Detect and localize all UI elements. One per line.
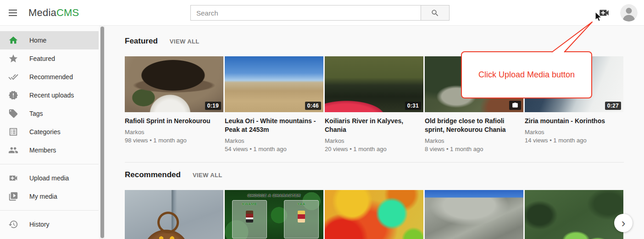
video-card[interactable]: 0:46 Leuka Ori - White mountains - Peak … [225, 56, 323, 152]
camera-icon [509, 101, 521, 110]
star-icon [8, 54, 18, 64]
video-card[interactable] [325, 190, 423, 239]
video-card[interactable] [525, 190, 623, 239]
new-releases-icon [8, 90, 18, 100]
chevron-right-icon: › [622, 216, 626, 230]
video-author[interactable]: Markos [325, 137, 423, 144]
video-thumbnail-desert-mountains[interactable]: 0:46 [225, 56, 323, 112]
video-thumbnail-river-kayak[interactable]: 0:31 [325, 56, 423, 112]
video-thumbnail-green-leaves[interactable] [525, 190, 623, 239]
sidebar-item-label: Upload media [29, 174, 69, 182]
sidebar-item-recommended[interactable]: Recommended [0, 68, 99, 86]
history-icon [8, 219, 18, 229]
sidebar-item-members[interactable]: Members [0, 141, 99, 159]
video-thumbnail-rocky-slope[interactable] [425, 190, 523, 239]
sidebar-item-label: Recent uploads [29, 92, 74, 99]
instruction-callout: Click Upload Media button [461, 51, 592, 98]
sidebar-item-featured[interactable]: Featured [0, 49, 99, 68]
mediacms-home-page: MediaCMS Home [0, 0, 644, 239]
video-author[interactable]: Markos [125, 129, 223, 136]
search-input[interactable] [190, 5, 421, 21]
top-bar: MediaCMS [0, 0, 644, 26]
sidebar-item-history[interactable]: History [0, 215, 99, 234]
view-all-link[interactable]: VIEW ALL [170, 38, 200, 45]
sidebar-item-label: Recommended [29, 73, 73, 81]
logo-media: Media [28, 7, 56, 18]
section-title: Featured [125, 37, 158, 46]
video-title[interactable]: Old bridge close to Rafioli sprint, Nero… [425, 117, 523, 134]
search-icon [431, 9, 439, 17]
section-recommended: Recommended VIEW ALL CHOOSE A CHARACTER … [125, 170, 644, 239]
video-thumbnail-stone-fountain[interactable]: 0:19 [125, 56, 223, 112]
duration-badge: 0:27 [605, 102, 621, 110]
sidebar-item-recent-uploads[interactable]: Recent uploads [0, 86, 99, 104]
view-all-link[interactable]: VIEW ALL [193, 172, 222, 179]
video-meta: 20 views • 1 month ago [325, 146, 423, 152]
video-title[interactable]: Rafioli Sprint in Nerokourou [125, 117, 223, 125]
video-card[interactable] [125, 190, 223, 239]
section-title: Recommended [125, 170, 181, 179]
header-actions [598, 0, 638, 26]
sidebar-item-upload-media[interactable]: Upload media [0, 169, 99, 187]
video-card[interactable]: 0:31 Koiliaris River in Kalyves, Chania … [325, 56, 423, 152]
user-avatar[interactable] [620, 4, 638, 22]
sidebar-item-home[interactable]: Home [0, 31, 99, 49]
sidebar-item-label: Tags [29, 110, 43, 117]
search-button[interactable] [421, 5, 450, 21]
upload-media-icon [8, 173, 18, 183]
app-logo[interactable]: MediaCMS [28, 7, 79, 19]
video-card[interactable]: CHOOSE A CHARACTER KWAME YAA Selected Se… [225, 190, 323, 239]
video-meta: 14 views • 1 month ago [525, 137, 623, 144]
double-check-icon [8, 72, 18, 82]
carousel-next-button[interactable]: › [614, 214, 633, 232]
sidebar-item-label: My media [29, 193, 57, 200]
duration-badge: 0:31 [405, 102, 421, 110]
upload-media-icon[interactable] [598, 7, 610, 19]
categories-icon [8, 127, 18, 137]
members-icon [8, 145, 18, 155]
video-card[interactable] [425, 190, 523, 239]
section-divider [125, 162, 624, 163]
sidebar-item-label: Featured [29, 55, 55, 62]
sidebar-scrollbar[interactable] [100, 26, 105, 239]
sidebar-divider [0, 210, 99, 211]
sidebar-item-label: History [29, 221, 50, 228]
sidebar-item-tags[interactable]: Tags [0, 104, 99, 123]
hamburger-icon[interactable] [6, 6, 19, 19]
person-icon [620, 4, 638, 22]
video-meta: 8 views • 1 month ago [425, 146, 523, 152]
video-author[interactable]: Markos [425, 137, 523, 144]
game-panel-left: KWAME [232, 200, 267, 239]
game-character-sprite [298, 211, 305, 223]
my-media-icon [8, 191, 18, 201]
search-bar [190, 5, 450, 21]
sidebar-item-my-media[interactable]: My media [0, 187, 99, 206]
video-card[interactable]: 0:19 Rafioli Sprint in Nerokourou Markos… [125, 56, 223, 152]
video-title[interactable]: Ziria mountain - Korinthos [525, 117, 623, 125]
video-title[interactable]: Leuka Ori - White mountains - Peak at 24… [225, 117, 323, 134]
video-thumbnail-color-gradient[interactable] [325, 190, 423, 239]
logo-cms: CMS [56, 7, 79, 18]
game-character-sprite [246, 211, 253, 223]
game-character-name: YAA [284, 202, 318, 206]
scrollbar-thumb[interactable] [100, 27, 104, 238]
duration-badge: 0:19 [205, 102, 221, 110]
video-title[interactable]: Koiliaris River in Kalyves, Chania [325, 117, 423, 134]
sidebar: Home Featured Recommended Recent uploads… [0, 26, 99, 239]
tag-icon [8, 109, 18, 119]
sidebar-item-label: Members [29, 147, 56, 154]
sidebar-item-categories[interactable]: Categories [0, 123, 99, 141]
game-title-text: CHOOSE A CHARACTER [225, 193, 323, 198]
recommended-cards-row: CHOOSE A CHARACTER KWAME YAA Selected Se… [125, 190, 644, 239]
sidebar-item-label: Categories [29, 128, 61, 136]
home-icon [8, 35, 18, 45]
video-author[interactable]: Markos [525, 129, 623, 136]
sidebar-divider [0, 164, 99, 164]
video-meta: 98 views • 1 month ago [125, 137, 223, 144]
sidebar-item-label: Home [29, 37, 46, 44]
duration-badge: 0:46 [305, 102, 321, 110]
game-panel-right: YAA [284, 200, 319, 239]
video-author[interactable]: Markos [225, 137, 323, 144]
video-thumbnail-character-game[interactable]: CHOOSE A CHARACTER KWAME YAA Selected Se… [225, 190, 323, 239]
video-thumbnail-pumpkin-craft[interactable] [125, 190, 223, 239]
